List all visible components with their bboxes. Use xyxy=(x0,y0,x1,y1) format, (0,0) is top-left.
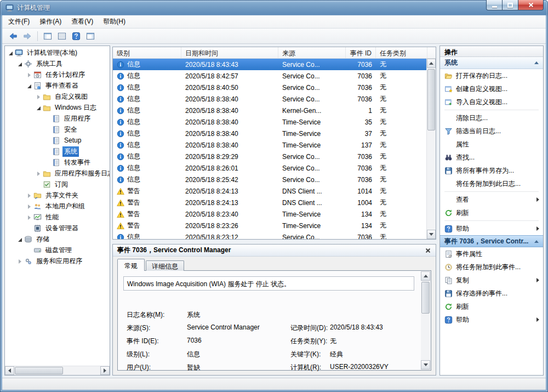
close-button[interactable] xyxy=(518,0,544,10)
help-button[interactable] xyxy=(70,30,83,42)
action-save-all-events-as[interactable]: 将所有事件另存为... xyxy=(440,164,543,177)
action-attach-task-to-log[interactable]: 将任务附加到此日志... xyxy=(440,177,543,190)
tree-item-setup-log[interactable]: Setup xyxy=(5,135,110,146)
tree-item-system-log[interactable]: 系统 xyxy=(5,146,110,157)
expand-arrow-icon[interactable] xyxy=(26,214,33,221)
action-create-custom-view[interactable]: 创建自定义视图... xyxy=(440,82,543,95)
column-header-category[interactable]: 任务类别 xyxy=(376,47,427,58)
minimize-button[interactable] xyxy=(486,0,503,10)
tree-item-device-manager[interactable]: 设备管理器 xyxy=(5,223,110,234)
column-header-level[interactable]: 级别 xyxy=(113,47,181,58)
menu-view[interactable]: 查看(V) xyxy=(66,15,98,29)
event-row[interactable]: 警告2020/5/18 8:23:26Time-Service134无 xyxy=(113,220,426,231)
expand-arrow-icon[interactable] xyxy=(35,170,42,177)
tree-item-windows-logs[interactable]: Windows 日志 xyxy=(5,102,110,113)
tree-item-task-scheduler[interactable]: 任务计划程序 xyxy=(5,69,110,80)
collapse-arrow-icon[interactable] xyxy=(7,49,14,56)
action-find[interactable]: 查找... xyxy=(440,151,543,164)
action-open-saved-log[interactable]: 打开保存的日志... xyxy=(440,69,543,82)
collapse-arrow-icon[interactable] xyxy=(16,236,24,243)
tree-item-security-log[interactable]: 安全 xyxy=(5,124,110,135)
tree-item-system-tools[interactable]: 系统工具 xyxy=(5,58,110,69)
back-button[interactable] xyxy=(7,30,20,42)
column-header-datetime[interactable]: 日期和时间 xyxy=(181,47,278,58)
tree-item-subscriptions[interactable]: 订阅 xyxy=(5,179,110,190)
title-bar[interactable]: 计算机管理 xyxy=(0,0,548,15)
tree-item-applications-services-logs[interactable]: 应用程序和服务日志 xyxy=(5,168,110,179)
scroll-right-button[interactable] xyxy=(100,366,110,375)
collapse-arrow-icon[interactable] xyxy=(35,104,42,111)
event-row[interactable]: 信息2020/5/18 8:38:40Time-Service37无 xyxy=(113,128,426,139)
menu-help[interactable]: 帮助(H) xyxy=(98,15,130,29)
tree-item-forwarded-events-log[interactable]: 转发事件 xyxy=(5,157,110,168)
expand-arrow-icon[interactable] xyxy=(35,93,42,100)
action-refresh-event[interactable]: 刷新 xyxy=(440,300,543,313)
forward-button[interactable] xyxy=(21,30,34,42)
action-properties[interactable]: 属性 xyxy=(440,138,543,151)
scroll-down-button[interactable] xyxy=(421,360,430,370)
preview-close-button[interactable] xyxy=(424,246,432,255)
column-header-event-id[interactable]: 事件 ID xyxy=(346,47,376,58)
export-list-button[interactable] xyxy=(55,30,68,42)
menu-action[interactable]: 操作(A) xyxy=(35,15,66,29)
expand-arrow-icon[interactable] xyxy=(16,258,24,265)
collapse-arrow-icon[interactable] xyxy=(16,60,24,67)
event-row[interactable]: 信息2020/5/18 8:38:40Kernel-Gen...1无 xyxy=(113,105,426,116)
event-row[interactable]: 警告2020/5/18 8:23:40Time-Service134无 xyxy=(113,208,426,220)
event-row[interactable]: 信息2020/5/18 8:29:29Service Co...7036无 xyxy=(113,151,426,162)
scroll-thumb[interactable] xyxy=(15,367,63,374)
menu-file[interactable]: 文件(F) xyxy=(3,15,35,29)
event-list-scrollbar[interactable] xyxy=(426,59,436,239)
tree-item-shared-folders[interactable]: 共享文件夹 xyxy=(5,190,110,201)
event-row[interactable]: 信息2020/5/18 8:38:40Time-Service35无 xyxy=(113,116,426,128)
expand-arrow-icon[interactable] xyxy=(26,203,33,210)
event-row[interactable]: 信息2020/5/18 8:43:43Service Co...7036无 xyxy=(113,59,426,70)
action-attach-task-to-event[interactable]: 将任务附加到此事件... xyxy=(440,260,543,274)
expand-arrow-icon[interactable] xyxy=(26,71,33,78)
show-console-tree-button[interactable] xyxy=(41,30,54,42)
tree-horizontal-scrollbar[interactable] xyxy=(5,366,110,375)
tree-item-custom-views[interactable]: 自定义视图 xyxy=(5,91,110,102)
expand-arrow-icon[interactable] xyxy=(26,192,33,199)
tab-general[interactable]: 常规 xyxy=(117,259,145,271)
action-clear-log[interactable]: 清除日志... xyxy=(440,111,543,124)
scroll-thumb[interactable] xyxy=(427,69,435,130)
collapse-arrow-icon[interactable] xyxy=(26,82,33,89)
action-copy[interactable]: 复制 xyxy=(440,274,543,287)
event-row[interactable]: 信息2020/5/18 8:38:40Time-Service137无 xyxy=(113,139,426,151)
column-header-source[interactable]: 来源 xyxy=(278,47,346,58)
action-group-event-7036[interactable]: 事件 7036，Service Contr... xyxy=(440,235,543,247)
event-row[interactable]: 信息2020/5/18 8:42:57Service Co...7036无 xyxy=(113,70,426,82)
scroll-up-button[interactable] xyxy=(421,271,430,281)
event-row[interactable]: 信息2020/5/18 8:38:40Service Co...7036无 xyxy=(113,93,426,105)
action-help-event[interactable]: 帮助 xyxy=(440,313,543,326)
tree-item-disk-management[interactable]: 磁盘管理 xyxy=(5,245,110,255)
tree-item-storage[interactable]: 存储 xyxy=(5,234,110,245)
scroll-thumb[interactable] xyxy=(421,282,430,314)
action-save-selected-events[interactable]: 保存选择的事件... xyxy=(440,287,543,300)
show-action-pane-button[interactable] xyxy=(84,30,97,42)
tree-item-computer-management-local[interactable]: 计算机管理(本地) xyxy=(5,47,110,58)
scroll-down-button[interactable] xyxy=(427,230,436,239)
tree-item-local-users-groups[interactable]: 本地用户和组 xyxy=(5,201,110,212)
action-event-properties[interactable]: 事件属性 xyxy=(440,247,543,260)
preview-scrollbar[interactable] xyxy=(421,271,430,370)
event-row[interactable]: 信息2020/5/18 8:26:01Service Co...7036无 xyxy=(113,162,426,174)
event-row[interactable]: 信息2020/5/18 8:40:50Service Co...7036无 xyxy=(113,82,426,93)
tab-details[interactable]: 详细信息 xyxy=(146,260,184,271)
event-row[interactable]: 信息2020/5/18 8:25:42Service Co...7036无 xyxy=(113,174,426,185)
event-row[interactable]: 信息2020/5/18 8:23:12Service Co...7036无 xyxy=(113,231,426,239)
event-row[interactable]: 警告2020/5/18 8:24:13DNS Client ...1014无 xyxy=(113,185,426,197)
action-group-system[interactable]: 系统 xyxy=(440,57,543,69)
tree-item-performance[interactable]: 性能 xyxy=(5,212,110,223)
action-view[interactable]: 查看 xyxy=(440,193,543,206)
tree-item-event-viewer[interactable]: 事件查看器 xyxy=(5,80,110,91)
maximize-button[interactable] xyxy=(503,0,518,10)
scroll-left-button[interactable] xyxy=(5,366,14,375)
tree-item-services-applications[interactable]: 服务和应用程序 xyxy=(5,255,110,266)
event-row[interactable]: 警告2020/5/18 8:24:13DNS Client ...1004无 xyxy=(113,197,426,208)
scroll-up-button[interactable] xyxy=(427,59,436,68)
action-import-custom-view[interactable]: 导入自定义视图... xyxy=(440,95,543,109)
action-refresh[interactable]: 刷新 xyxy=(440,206,543,219)
action-help[interactable]: 帮助 xyxy=(440,222,543,235)
